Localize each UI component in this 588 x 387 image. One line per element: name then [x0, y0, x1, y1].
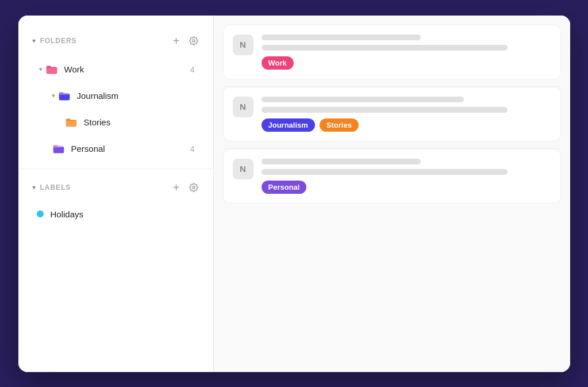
folders-gear-button[interactable] [188, 35, 199, 47]
note-tags-2: Journalism Stories [262, 118, 551, 132]
note-avatar-1: N [233, 35, 253, 55]
tag-personal[interactable]: Personal [262, 181, 307, 194]
svg-point-1 [193, 186, 195, 189]
main-content: N Work N Journalism Stories [214, 16, 570, 372]
add-label-button[interactable]: + [172, 181, 181, 194]
labels-section-header: ▾ LABELS + [18, 176, 213, 199]
note-tags-3: Personal [262, 181, 551, 194]
stories-folder-label: Stories [84, 117, 195, 127]
folder-item-work[interactable]: ▾ Work 4 [23, 57, 209, 82]
journalism-folder-content: Journalism [57, 89, 195, 103]
note-line-2a [262, 97, 464, 102]
note-line-1a [262, 35, 421, 40]
journalism-chevron-icon: ▾ [52, 92, 55, 99]
folder-item-personal[interactable]: Personal 4 [23, 136, 209, 162]
folders-section-actions: + [172, 34, 199, 48]
tag-journalism[interactable]: Journalism [262, 118, 315, 132]
stories-folder-content: Stories [64, 116, 195, 129]
holidays-dot [37, 210, 44, 217]
note-avatar-2: N [233, 97, 253, 117]
personal-folder-count: 4 [190, 144, 195, 154]
note-tags-1: Work [262, 56, 551, 70]
note-line-2b [262, 107, 508, 113]
folders-chevron-icon[interactable]: ▾ [32, 37, 36, 45]
note-card-1[interactable]: N Work [223, 25, 561, 79]
note-card-3[interactable]: N Personal [223, 149, 561, 204]
note-line-3a [262, 159, 421, 164]
labels-section-title: LABELS [40, 183, 71, 191]
note-body-2: Journalism Stories [262, 97, 551, 132]
sidebar-divider [18, 168, 213, 169]
journalism-folder-label: Journalism [77, 91, 195, 101]
note-avatar-3: N [233, 159, 253, 179]
folders-header-left: ▾ FOLDERS [32, 37, 77, 45]
stories-folder-icon [64, 116, 78, 129]
tag-work[interactable]: Work [262, 56, 294, 70]
sidebar: ▾ FOLDERS + ▾ [18, 16, 214, 372]
note-body-1: Work [262, 35, 551, 70]
label-item-holidays[interactable]: Holidays [23, 204, 209, 225]
folders-section-header: ▾ FOLDERS + [18, 29, 213, 52]
work-chevron-icon: ▾ [39, 66, 43, 73]
app-container: ▾ FOLDERS + ▾ [18, 16, 570, 372]
personal-folder-label: Personal [71, 144, 190, 154]
note-line-1b [262, 45, 508, 51]
holidays-label: Holidays [51, 209, 84, 219]
labels-section-actions: + [172, 181, 199, 194]
work-folder-content: Work [45, 63, 190, 76]
labels-gear-button[interactable] [188, 182, 199, 193]
note-body-3: Personal [262, 159, 551, 194]
personal-folder-content: Personal [52, 142, 190, 156]
note-card-2[interactable]: N Journalism Stories [223, 87, 561, 141]
work-folder-count: 4 [190, 65, 195, 74]
folder-item-journalism[interactable]: ▾ Journalism [23, 83, 209, 109]
add-folder-button[interactable]: + [172, 34, 181, 48]
labels-header-left: ▾ LABELS [32, 183, 71, 191]
folders-section-title: FOLDERS [40, 37, 77, 45]
note-line-3b [262, 169, 508, 175]
work-folder-label: Work [64, 64, 190, 74]
journalism-folder-icon [57, 89, 71, 103]
tag-stories[interactable]: Stories [320, 118, 359, 132]
svg-point-0 [193, 40, 195, 42]
work-folder-icon [45, 63, 59, 76]
folder-item-stories[interactable]: Stories [23, 110, 209, 135]
personal-folder-icon [52, 142, 66, 156]
labels-chevron-icon[interactable]: ▾ [32, 183, 36, 191]
